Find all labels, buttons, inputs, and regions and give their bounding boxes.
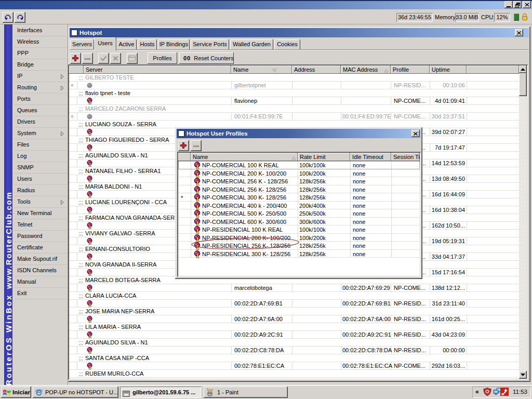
svg-text:1: 1 <box>196 204 199 209</box>
svg-text:1: 1 <box>89 147 91 151</box>
svg-text:1: 1 <box>89 302 91 307</box>
svg-text:1: 1 <box>89 240 91 245</box>
svg-text:1: 1 <box>196 196 199 202</box>
svg-text:1: 1 <box>89 178 91 182</box>
svg-text:1: 1 <box>196 180 199 185</box>
svg-text:1: 1 <box>196 228 199 234</box>
svg-text:1: 1 <box>89 318 91 323</box>
svg-text:1: 1 <box>89 209 91 214</box>
svg-text:1: 1 <box>196 171 199 177</box>
svg-text:1: 1 <box>89 287 91 291</box>
svg-text:1: 1 <box>196 164 199 169</box>
svg-text:1: 1 <box>89 256 91 260</box>
svg-text:1: 1 <box>89 224 91 229</box>
svg-text:1: 1 <box>196 236 199 242</box>
svg-text:1: 1 <box>196 188 199 193</box>
svg-text:1: 1 <box>89 365 91 369</box>
svg-text:1: 1 <box>89 271 91 276</box>
svg-text:1: 1 <box>196 252 199 258</box>
svg-text:1: 1 <box>196 244 199 250</box>
svg-text:1: 1 <box>89 334 91 338</box>
svg-text:1: 1 <box>89 349 91 354</box>
svg-text:1: 1 <box>89 193 91 198</box>
svg-text:1: 1 <box>196 220 199 225</box>
svg-text:1: 1 <box>89 100 91 104</box>
svg-text:1: 1 <box>89 131 91 136</box>
svg-text:1: 1 <box>196 212 199 218</box>
svg-text:1: 1 <box>89 162 91 167</box>
